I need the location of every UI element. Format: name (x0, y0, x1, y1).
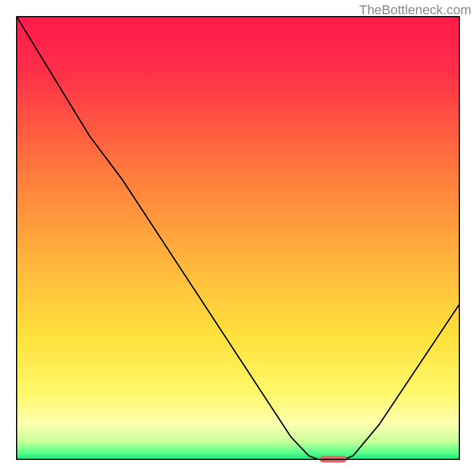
watermark-text: TheBottleneck.com (359, 2, 471, 18)
chart-canvas (0, 0, 476, 476)
plot-background (17, 17, 459, 459)
bottleneck-chart: TheBottleneck.com (0, 0, 476, 476)
